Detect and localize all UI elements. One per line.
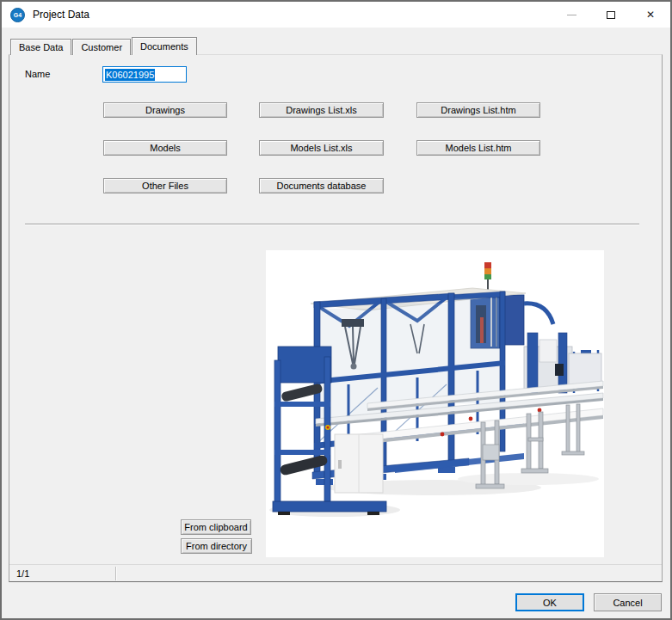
documents-tab-page: Name K06021995 Drawings Drawings List.xl…: [9, 54, 663, 582]
drawings-list-xls-button[interactable]: Drawings List.xls: [259, 102, 384, 118]
close-button[interactable]: ✕: [631, 2, 670, 28]
page-indicator: 1/1: [16, 568, 29, 579]
horizontal-separator: [25, 224, 639, 225]
status-bar: 1/1: [9, 564, 662, 581]
maximize-icon: [607, 11, 615, 19]
from-directory-button[interactable]: From directory: [181, 538, 252, 554]
cancel-button[interactable]: Cancel: [594, 593, 662, 611]
models-list-htm-button[interactable]: Models List.htm: [416, 140, 540, 156]
drawings-button[interactable]: Drawings: [103, 102, 227, 118]
close-icon: ✕: [646, 9, 655, 20]
models-list-xls-button[interactable]: Models List.xls: [259, 140, 384, 156]
titlebar: G4 Project Data ✕: [2, 2, 670, 28]
name-input-selected-text: K06021995: [105, 69, 155, 81]
documents-database-button[interactable]: Documents database: [259, 178, 384, 193]
models-button[interactable]: Models: [103, 140, 227, 156]
status-bar-divider: [115, 567, 117, 580]
tab-base-data[interactable]: Base Data: [10, 39, 71, 55]
tab-strip: Base Data Customer Documents: [10, 37, 198, 55]
other-files-button[interactable]: Other Files: [103, 178, 227, 193]
ok-button[interactable]: OK: [515, 593, 584, 611]
drawings-list-htm-button[interactable]: Drawings List.htm: [416, 102, 540, 118]
minimize-button[interactable]: [552, 2, 591, 28]
tab-customer[interactable]: Customer: [72, 39, 131, 55]
window-title: Project Data: [33, 9, 89, 21]
name-label: Name: [25, 69, 50, 79]
from-clipboard-button[interactable]: From clipboard: [181, 519, 251, 535]
name-input[interactable]: K06021995: [102, 66, 187, 83]
maximize-button[interactable]: [591, 2, 631, 28]
app-logo-icon: G4: [10, 8, 25, 22]
window-controls: ✕: [552, 2, 670, 28]
tab-documents[interactable]: Documents: [132, 37, 197, 55]
minimize-icon: [567, 15, 576, 15]
project-photo-preview: [266, 250, 604, 557]
machine-photo-illustration: [266, 250, 604, 557]
project-data-dialog: G4 Project Data ✕ Base Data Customer Doc…: [0, 0, 672, 620]
